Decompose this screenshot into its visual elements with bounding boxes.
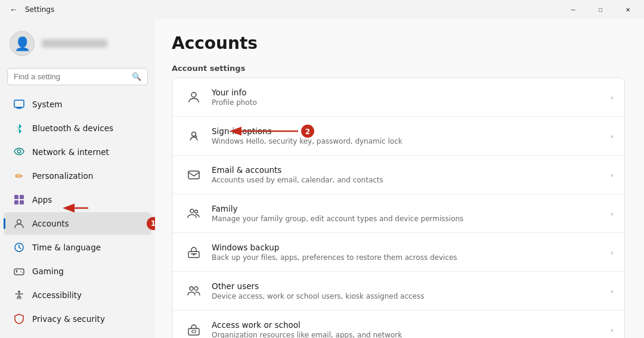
svg-point-15 bbox=[21, 272, 23, 273]
svg-point-3 bbox=[17, 150, 20, 153]
family-icon bbox=[183, 203, 205, 224]
sign-in-name: Sign-in options bbox=[212, 126, 603, 136]
sidebar: 👤 🔍 System Bluetooth & devices bbox=[0, 19, 155, 338]
work-icon bbox=[183, 319, 205, 338]
svg-rect-4 bbox=[14, 195, 18, 199]
search-box[interactable]: 🔍 bbox=[7, 68, 148, 85]
nav-item-gaming[interactable]: Gaming bbox=[4, 260, 151, 283]
svg-rect-6 bbox=[14, 200, 18, 204]
your-info-name: Your info bbox=[212, 88, 603, 97]
settings-item-work-school[interactable]: Access work or school Organization resou… bbox=[172, 311, 624, 338]
nav-label-personalization: Personalization bbox=[32, 171, 93, 181]
window-title: Settings bbox=[25, 5, 54, 14]
settings-item-backup[interactable]: Windows backup Back up your files, apps,… bbox=[172, 233, 624, 272]
family-name: Family bbox=[212, 204, 603, 213]
title-bar: ← Settings ─ □ ✕ bbox=[0, 0, 644, 19]
nav-item-accessibility[interactable]: Accessibility bbox=[4, 284, 151, 306]
settings-item-your-info[interactable]: Your info Profile photo › bbox=[172, 78, 624, 117]
backup-icon bbox=[183, 241, 205, 263]
other-users-chevron: › bbox=[611, 287, 614, 296]
email-desc: Accounts used by email, calendar, and co… bbox=[212, 176, 603, 184]
svg-rect-0 bbox=[14, 100, 24, 107]
nav-label-apps: Apps bbox=[32, 195, 52, 204]
svg-point-24 bbox=[195, 210, 198, 213]
close-button[interactable]: ✕ bbox=[614, 0, 642, 19]
network-icon bbox=[13, 146, 25, 158]
section-title: Account settings bbox=[172, 64, 625, 73]
svg-point-29 bbox=[194, 287, 198, 290]
nav-item-windows-update[interactable]: Windows Update bbox=[4, 331, 151, 338]
nav-label-time: Time & language bbox=[32, 243, 101, 252]
settings-list: Your info Profile photo › Sign-in option… bbox=[172, 77, 625, 338]
nav-item-time[interactable]: Time & language bbox=[4, 236, 151, 259]
gaming-icon bbox=[13, 265, 25, 277]
svg-point-14 bbox=[20, 271, 21, 272]
maximize-button[interactable]: □ bbox=[587, 0, 614, 19]
nav-label-privacy: Privacy & security bbox=[32, 314, 105, 324]
settings-item-family[interactable]: Family Manage your family group, edit ac… bbox=[172, 194, 624, 233]
svg-point-8 bbox=[17, 220, 21, 224]
nav-item-privacy[interactable]: Privacy & security bbox=[4, 308, 151, 330]
work-school-name: Access work or school bbox=[212, 320, 603, 330]
avatar: 👤 bbox=[10, 31, 35, 56]
sign-in-text: Sign-in options Windows Hello, security … bbox=[205, 126, 611, 145]
avatar-icon: 👤 bbox=[14, 36, 30, 51]
back-button[interactable]: ← bbox=[7, 4, 20, 15]
nav-label-gaming: Gaming bbox=[32, 266, 64, 276]
user-name bbox=[42, 39, 107, 48]
other-users-desc: Device access, work or school users, kio… bbox=[212, 292, 603, 300]
other-users-name: Other users bbox=[212, 281, 603, 291]
nav-item-bluetooth[interactable]: Bluetooth & devices bbox=[4, 117, 151, 139]
nav-label-accounts: Accounts bbox=[32, 219, 69, 228]
content-area: Accounts Account settings Your info Prof… bbox=[155, 19, 644, 338]
accessibility-icon bbox=[13, 289, 25, 301]
settings-item-sign-in[interactable]: Sign-in options Windows Hello, security … bbox=[172, 117, 624, 156]
svg-point-18 bbox=[191, 92, 196, 97]
your-info-icon bbox=[183, 86, 205, 108]
nav-item-system[interactable]: System bbox=[4, 93, 151, 116]
work-school-chevron: › bbox=[611, 325, 614, 334]
page-title: Accounts bbox=[172, 33, 625, 53]
email-icon bbox=[183, 164, 205, 185]
nav-label-accessibility: Accessibility bbox=[32, 290, 82, 300]
backup-text: Windows backup Back up your files, apps,… bbox=[205, 243, 611, 262]
nav-item-personalization[interactable]: ✏️ Personalization bbox=[4, 165, 151, 187]
backup-chevron: › bbox=[611, 248, 614, 257]
svg-rect-7 bbox=[20, 200, 24, 204]
email-text: Email & accounts Accounts used by email,… bbox=[205, 165, 611, 184]
email-name: Email & accounts bbox=[212, 165, 603, 175]
other-users-icon bbox=[183, 280, 205, 302]
backup-name: Windows backup bbox=[212, 243, 603, 252]
svg-rect-10 bbox=[14, 269, 24, 275]
email-chevron: › bbox=[611, 170, 614, 179]
settings-item-other-users[interactable]: Other users Device access, work or schoo… bbox=[172, 272, 624, 311]
annotation-1: 1 bbox=[147, 217, 155, 230]
user-profile[interactable]: 👤 bbox=[0, 24, 155, 66]
work-school-text: Access work or school Organization resou… bbox=[205, 320, 611, 338]
svg-rect-5 bbox=[20, 195, 24, 199]
family-text: Family Manage your family group, edit ac… bbox=[205, 204, 611, 223]
svg-point-28 bbox=[190, 287, 193, 290]
family-chevron: › bbox=[611, 209, 614, 218]
family-desc: Manage your family group, edit account t… bbox=[212, 215, 603, 223]
svg-rect-30 bbox=[188, 328, 199, 335]
nav-item-network[interactable]: Network & internet bbox=[4, 141, 151, 163]
your-info-desc: Profile photo bbox=[212, 98, 603, 107]
accounts-icon bbox=[13, 218, 25, 230]
svg-point-16 bbox=[18, 291, 20, 293]
nav-item-apps[interactable]: Apps bbox=[4, 188, 151, 211]
search-input[interactable] bbox=[14, 72, 127, 81]
settings-item-email[interactable]: Email & accounts Accounts used by email,… bbox=[172, 156, 624, 194]
svg-rect-22 bbox=[188, 171, 199, 179]
svg-point-27 bbox=[193, 254, 195, 256]
sign-in-desc: Windows Hello, security key, password, d… bbox=[212, 137, 603, 145]
search-icon: 🔍 bbox=[132, 72, 141, 81]
sign-in-icon bbox=[183, 125, 205, 147]
nav-label-bluetooth: Bluetooth & devices bbox=[32, 123, 113, 133]
nav-item-accounts[interactable]: Accounts 1 bbox=[4, 212, 151, 235]
time-icon bbox=[13, 241, 25, 253]
minimize-button[interactable]: ─ bbox=[559, 0, 587, 19]
sign-in-chevron: › bbox=[611, 132, 614, 141]
privacy-icon bbox=[13, 313, 25, 325]
svg-rect-31 bbox=[192, 330, 196, 333]
